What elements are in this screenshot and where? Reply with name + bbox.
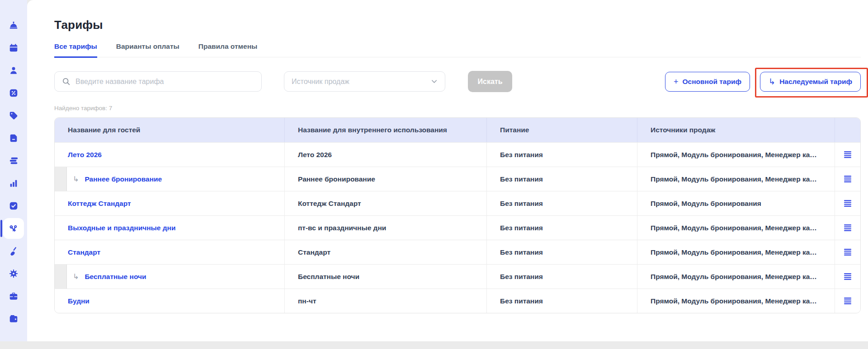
row-menu-icon[interactable]	[840, 269, 855, 284]
child-arrow-icon: ↳	[73, 175, 79, 183]
page-title: Тарифы	[54, 18, 861, 32]
highlighted-action: ↳ Наследуемый тариф	[760, 72, 861, 92]
percent-icon	[9, 88, 19, 98]
sources-cell: Прямой, Модуль бронирования, Менеджер ка…	[637, 167, 835, 191]
column-header-meal: Питание	[486, 118, 637, 142]
column-header-internal-name: Название для внутреннего использования	[284, 118, 486, 142]
coins-icon	[9, 156, 19, 166]
action-buttons: + Основной тариф ↳ Наследуемый тариф	[665, 72, 861, 92]
person-icon	[9, 65, 19, 75]
plus-icon: +	[674, 78, 679, 86]
sidebar-item-analytics[interactable]	[3, 173, 24, 194]
row-menu-icon[interactable]	[840, 172, 855, 187]
sources-cell: Прямой, Модуль бронирования, Менеджер ка…	[637, 216, 835, 240]
sidebar-item-calendar[interactable]	[3, 37, 24, 58]
table-header: Название для гостей Название для внутрен…	[55, 118, 860, 142]
results-count: Найдено тарифов: 7	[54, 105, 861, 112]
sources-cell: Прямой, Модуль бронирования, Менеджер ка…	[637, 289, 835, 313]
wallet-icon	[9, 314, 19, 324]
column-header-actions	[835, 118, 860, 142]
row-menu-icon[interactable]	[840, 245, 855, 260]
active-indicator	[0, 220, 2, 237]
table-row: Выходные и праздничные дни пт-вс и празд…	[55, 215, 860, 240]
column-header-sources: Источники продаж	[637, 118, 835, 142]
internal-name-cell: Бесплатные ночи	[284, 265, 486, 289]
meal-cell: Без питания	[486, 216, 637, 240]
check-square-icon	[9, 201, 19, 211]
sidebar-item-tasks[interactable]	[3, 195, 24, 216]
main-content: Тарифы Все тарифы Варианты оплаты Правил…	[27, 0, 868, 341]
bar-chart-icon	[9, 178, 19, 188]
app-window: Тарифы Все тарифы Варианты оплаты Правил…	[0, 0, 868, 349]
internal-name-cell: Лето 2026	[284, 143, 486, 167]
internal-name-cell: Стандарт	[284, 240, 486, 264]
internal-name-cell: Коттедж Стандарт	[284, 191, 486, 215]
sidebar-item-finance[interactable]	[3, 150, 24, 171]
row-menu-icon[interactable]	[840, 147, 855, 163]
column-header-guest-name: Название для гостей	[55, 118, 284, 142]
filter-row: Введите название тарифа Источник продаж …	[54, 71, 861, 92]
sidebar-item-reception[interactable]	[3, 15, 24, 36]
briefcase-icon	[9, 291, 19, 301]
internal-name-cell: пт-вс и праздничные дни	[284, 216, 486, 240]
internal-name-cell: пн-чт	[284, 289, 486, 313]
sidebar	[0, 0, 27, 341]
calendar-icon	[9, 43, 19, 53]
add-main-tariff-button[interactable]: + Основной тариф	[665, 72, 750, 92]
tariff-link[interactable]: Коттедж Стандарт	[68, 200, 131, 208]
sources-cell: Прямой, Модуль бронирования, Менеджер ка…	[637, 143, 835, 167]
meal-cell: Без питания	[486, 191, 637, 215]
sidebar-item-tariffs[interactable]	[3, 218, 24, 239]
inherit-arrow-icon: ↳	[769, 78, 775, 86]
tariff-link[interactable]: Стандарт	[68, 248, 100, 256]
tab-cancellation-rules[interactable]: Правила отмены	[198, 42, 257, 57]
tariff-link[interactable]: Раннее бронирование	[85, 175, 162, 183]
select-placeholder: Источник продаж	[292, 78, 349, 86]
sidebar-item-tags[interactable]	[3, 105, 24, 126]
tariff-link[interactable]: Лето 2026	[68, 151, 102, 159]
tab-all-tariffs[interactable]: Все тарифы	[54, 42, 97, 58]
tariff-link[interactable]: Бесплатные ночи	[85, 273, 146, 281]
table-row-child: ↳ Раннее бронирование Раннее бронировани…	[55, 167, 860, 191]
sidebar-item-guests[interactable]	[3, 60, 24, 81]
internal-name-cell: Раннее бронирование	[284, 167, 486, 191]
sidebar-item-payments[interactable]	[3, 308, 24, 329]
sidebar-item-settings[interactable]	[3, 263, 24, 284]
add-inherited-tariff-button[interactable]: ↳ Наследуемый тариф	[760, 72, 861, 92]
table-row: Лето 2026 Лето 2026 Без питания Прямой, …	[55, 142, 860, 167]
sources-cell: Прямой, Модуль бронирования	[637, 191, 835, 215]
meal-cell: Без питания	[486, 143, 637, 167]
meal-cell: Без питания	[486, 265, 637, 289]
tabs-bar: Все тарифы Варианты оплаты Правила отмен…	[54, 42, 861, 57]
tag-icon	[9, 111, 19, 121]
tariff-link[interactable]: Будни	[68, 297, 90, 305]
tariff-link[interactable]: Выходные и праздничные дни	[68, 224, 175, 232]
table-row: Стандарт Стандарт Без питания Прямой, Мо…	[55, 240, 860, 264]
sources-cell: Прямой, Модуль бронирования, Менеджер ка…	[637, 265, 835, 289]
sidebar-item-housekeeping[interactable]	[3, 241, 24, 261]
table-row: Будни пн-чт Без питания Прямой, Модуль б…	[55, 289, 860, 313]
sidebar-item-documents[interactable]	[3, 128, 24, 149]
tab-payment-options[interactable]: Варианты оплаты	[116, 42, 179, 57]
child-indent-strip	[55, 167, 67, 191]
service-bell-icon	[9, 20, 19, 30]
sales-source-select[interactable]: Источник продаж	[284, 71, 445, 92]
sidebar-item-discounts[interactable]	[3, 83, 24, 103]
meal-cell: Без питания	[486, 240, 637, 264]
chevron-down-icon	[431, 78, 438, 85]
sidebar-item-services[interactable]	[3, 286, 24, 307]
meal-cell: Без питания	[486, 289, 637, 313]
sources-cell: Прямой, Модуль бронирования, Менеджер ка…	[637, 240, 835, 264]
search-input[interactable]: Введите название тарифа	[54, 71, 262, 92]
child-indent-strip	[55, 265, 67, 289]
document-icon	[9, 133, 19, 143]
keys-icon	[8, 223, 19, 234]
search-button[interactable]: Искать	[468, 71, 512, 92]
row-menu-icon[interactable]	[840, 293, 855, 309]
table-row-child: ↳ Бесплатные ночи Бесплатные ночи Без пи…	[55, 264, 860, 289]
child-arrow-icon: ↳	[73, 272, 79, 281]
row-menu-icon[interactable]	[840, 196, 855, 211]
meal-cell: Без питания	[486, 167, 637, 191]
broom-icon	[9, 246, 19, 256]
row-menu-icon[interactable]	[840, 220, 855, 236]
